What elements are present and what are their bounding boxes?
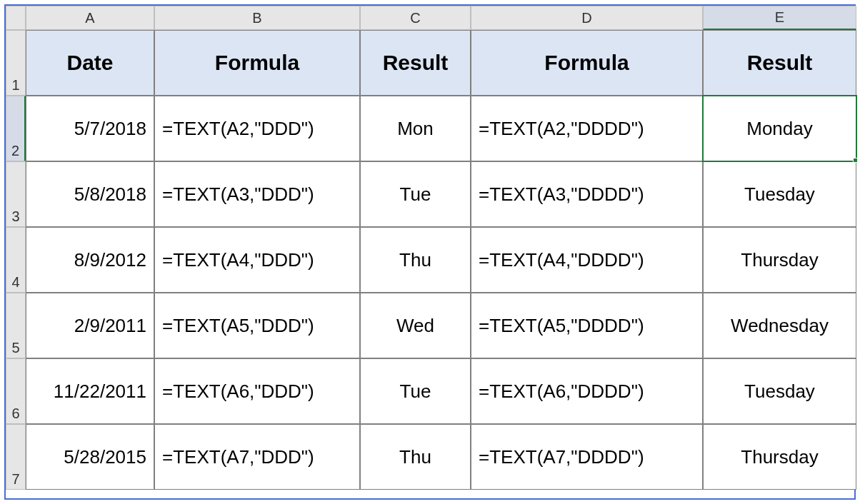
cell-C5[interactable]: Wed [360, 293, 471, 358]
row-header-2[interactable]: 2 [6, 96, 26, 161]
cell-D5[interactable]: =TEXT(A5,"DDDD") [471, 293, 703, 358]
spreadsheet-grid: A B C D E 1 Date Formula Result Formula … [6, 6, 854, 490]
cell-E1[interactable]: Result [703, 30, 856, 96]
col-header-A[interactable]: A [26, 6, 154, 30]
cell-A3[interactable]: 5/8/2018 [26, 161, 154, 227]
cell-B7[interactable]: =TEXT(A7,"DDD") [154, 424, 360, 490]
cell-E4[interactable]: Thursday [703, 227, 856, 293]
cell-D3[interactable]: =TEXT(A3,"DDDD") [471, 161, 703, 227]
cell-B6[interactable]: =TEXT(A6,"DDD") [154, 358, 360, 424]
cell-A5[interactable]: 2/9/2011 [26, 293, 154, 358]
cell-D2[interactable]: =TEXT(A2,"DDDD") [471, 96, 703, 161]
cell-A7[interactable]: 5/28/2015 [26, 424, 154, 490]
cell-E5[interactable]: Wednesday [703, 293, 856, 358]
cell-B2[interactable]: =TEXT(A2,"DDD") [154, 96, 360, 161]
cell-E2-value: Monday [746, 118, 813, 140]
row-header-4[interactable]: 4 [6, 227, 26, 293]
cell-C2[interactable]: Mon [360, 96, 471, 161]
row-header-6[interactable]: 6 [6, 358, 26, 424]
cell-D1[interactable]: Formula [471, 30, 703, 96]
cell-C4[interactable]: Thu [360, 227, 471, 293]
col-header-C[interactable]: C [360, 6, 471, 30]
cell-C1[interactable]: Result [360, 30, 471, 96]
row-header-7[interactable]: 7 [6, 424, 26, 490]
cell-D7[interactable]: =TEXT(A7,"DDDD") [471, 424, 703, 490]
cell-C6[interactable]: Tue [360, 358, 471, 424]
row-header-3[interactable]: 3 [6, 161, 26, 227]
cell-A4[interactable]: 8/9/2012 [26, 227, 154, 293]
row-header-1[interactable]: 1 [6, 30, 26, 96]
cell-C3[interactable]: Tue [360, 161, 471, 227]
spreadsheet-frame: A B C D E 1 Date Formula Result Formula … [4, 4, 856, 500]
col-header-E[interactable]: E [703, 6, 856, 30]
col-header-D[interactable]: D [471, 6, 703, 30]
cell-E2[interactable]: Monday [703, 96, 856, 161]
cell-B1[interactable]: Formula [154, 30, 360, 96]
col-header-B[interactable]: B [154, 6, 360, 30]
cell-A1[interactable]: Date [26, 30, 154, 96]
cell-E6[interactable]: Tuesday [703, 358, 856, 424]
cell-D4[interactable]: =TEXT(A4,"DDDD") [471, 227, 703, 293]
cell-B3[interactable]: =TEXT(A3,"DDD") [154, 161, 360, 227]
cell-A6[interactable]: 11/22/2011 [26, 358, 154, 424]
fill-handle[interactable] [853, 158, 858, 163]
cell-E3[interactable]: Tuesday [703, 161, 856, 227]
select-all-corner[interactable] [6, 6, 26, 30]
cell-E7[interactable]: Thursday [703, 424, 856, 490]
cell-B5[interactable]: =TEXT(A5,"DDD") [154, 293, 360, 358]
cell-B4[interactable]: =TEXT(A4,"DDD") [154, 227, 360, 293]
row-header-5[interactable]: 5 [6, 293, 26, 358]
cell-C7[interactable]: Thu [360, 424, 471, 490]
cell-A2[interactable]: 5/7/2018 [26, 96, 154, 161]
cell-D6[interactable]: =TEXT(A6,"DDDD") [471, 358, 703, 424]
